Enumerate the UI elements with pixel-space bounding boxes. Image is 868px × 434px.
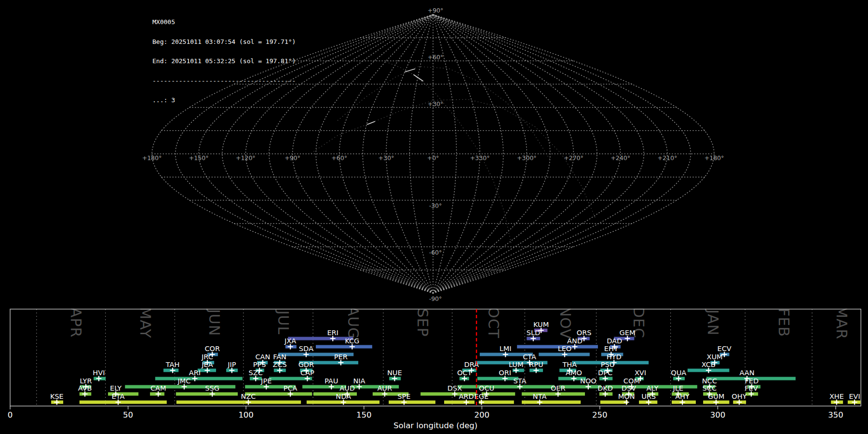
shower-peak-marker-NDA: [341, 400, 346, 405]
x-tick-label: 50: [123, 410, 133, 420]
shower-peak-marker-HVI: [96, 376, 101, 381]
shower-peak-marker-NTA: [537, 400, 542, 405]
shower-label-NOO: NOO: [580, 377, 597, 385]
month-label: MAY: [137, 309, 154, 339]
shower-label-DKD: DKD: [597, 384, 613, 392]
shower-peak-marker-ETA: [116, 400, 121, 405]
sky-lon-label: +210°: [658, 154, 678, 162]
shower-bar-ARD: [444, 401, 475, 404]
month-label: NOV: [557, 309, 574, 339]
shower-peak-marker-JMC: [181, 384, 187, 390]
shower-label-XHE: XHE: [829, 393, 844, 400]
shower-label-CAP: CAP: [300, 369, 314, 377]
sky-lat-label: +60°: [428, 54, 444, 61]
shower-label-FAN: FAN: [273, 353, 286, 361]
shower-label-FEV: FEV: [745, 384, 758, 392]
shower-bar-NTA: [522, 401, 581, 404]
shower-label-JLE: JLE: [672, 384, 683, 392]
shower-label-DSX: DSX: [448, 384, 462, 392]
shower-peak-marker-ARD: [463, 400, 469, 405]
shower-bar-STA: [458, 385, 555, 389]
shower-peak-marker-AMO: [571, 376, 577, 381]
shower-label-SCC: SCC: [703, 384, 717, 392]
screenshot-root: MX0005 Beg: 20251011 03:07:54 (sol = 197…: [0, 0, 868, 434]
shower-peak-marker-CAP: [305, 376, 310, 381]
sky-lon-label: +180°: [142, 154, 162, 162]
shower-label-NTA: NTA: [533, 393, 547, 400]
shower-label-COR: COR: [204, 345, 220, 353]
shower-label-JXA: JXA: [284, 337, 296, 345]
shower-bar-KCG: [316, 345, 372, 349]
shower-peak-marker-QUA: [676, 376, 681, 381]
meteor-trail: [367, 122, 375, 124]
meteor-trail: [405, 69, 415, 72]
shower-label-CAN: CAN: [255, 353, 270, 361]
shower-label-JEA: JEA: [201, 361, 213, 368]
shower-label-JIP: JIP: [227, 361, 236, 368]
meteor-path-arc: [386, 62, 511, 244]
shower-peak-marker-DSX: [452, 392, 458, 397]
x-tick-label: 0: [8, 410, 13, 420]
month-label: FEB: [775, 309, 792, 337]
meteor-path-arc: [338, 67, 550, 159]
shower-peak-marker-EVI: [852, 400, 857, 405]
month-label: JAN: [705, 309, 721, 336]
shower-label-CAM: CAM: [150, 384, 166, 392]
shower-label-SSG: SSG: [205, 384, 219, 392]
shower-peak-marker-ORI: [502, 376, 508, 381]
shower-peak-marker-PAU: [329, 384, 334, 390]
sky-lon-label: +120°: [236, 154, 256, 162]
shower-label-EVI: EVI: [849, 393, 860, 400]
shower-label-KSE: KSE: [50, 393, 64, 400]
shower-peak-marker-EGE: [479, 400, 484, 405]
sky-lon-label: +300°: [517, 154, 537, 162]
shower-bar-ARI: [155, 377, 243, 380]
month-label: MAR: [833, 309, 850, 339]
x-tick-label: 100: [238, 410, 254, 420]
shower-label-PSU: PSU: [601, 361, 615, 368]
shower-peak-marker-NIA: [356, 384, 362, 390]
shower-label-OCT: OCT: [457, 369, 472, 377]
shower-bar-NOO: [559, 385, 601, 389]
shower-bar-OER: [522, 393, 585, 396]
shower-label-EHY: EHY: [604, 345, 618, 353]
month-label: AUG: [345, 309, 362, 339]
shower-label-PCA: PCA: [284, 384, 298, 392]
shower-label-OCU: OCU: [479, 384, 494, 392]
shower-peak-marker-SZC: [253, 376, 258, 381]
month-label: SEP: [414, 309, 431, 337]
sky-map: +180°+150°+120°+90°+60°+30°+0°+330°+300°…: [0, 0, 868, 309]
shower-peak-marker-LEO: [562, 352, 567, 357]
shower-peak-marker-RPU: [533, 368, 539, 373]
shower-label-KUM: KUM: [533, 321, 549, 328]
shower-label-ORS: ORS: [577, 329, 592, 337]
shower-bar-SPE: [389, 401, 435, 404]
shower-peak-marker-XHE: [834, 400, 839, 405]
shower-peak-marker-DPC: [603, 376, 608, 381]
shower-peak-marker-AND: [572, 344, 578, 350]
shower-peak-marker-NZC: [246, 400, 251, 405]
shower-peak-marker-TAH: [170, 368, 176, 373]
shower-label-THA: THA: [562, 361, 577, 368]
shower-label-NZC: NZC: [241, 393, 256, 400]
shower-peak-marker-SPE: [401, 400, 407, 405]
shower-label-AND: AND: [567, 337, 583, 345]
shower-peak-marker-ERI: [330, 336, 336, 341]
shower-label-AUD: AUD: [339, 384, 355, 392]
shower-peak-marker-AHY: [680, 400, 685, 405]
shower-peak-marker-AUR: [382, 392, 387, 397]
shower-bar-SSG: [176, 393, 238, 396]
shower-label-XCB: XCB: [702, 361, 716, 368]
sky-grid-meridian: [433, 14, 691, 293]
shower-peak-marker-JEA: [204, 368, 210, 373]
shower-label-LMI: LMI: [500, 345, 512, 353]
shower-peak-marker-URS: [646, 400, 651, 405]
shower-peak-marker-OCT: [462, 376, 467, 381]
sky-lon-label: +330°: [470, 154, 490, 162]
shower-peak-marker-FEV: [748, 392, 754, 397]
shower-label-STA: STA: [514, 377, 527, 385]
shower-peak-marker-NUE: [392, 376, 397, 381]
sky-lat-label: +90°: [428, 7, 444, 14]
shower-label-QUA: QUA: [671, 369, 686, 377]
shower-label-AVB: AVB: [78, 384, 92, 392]
